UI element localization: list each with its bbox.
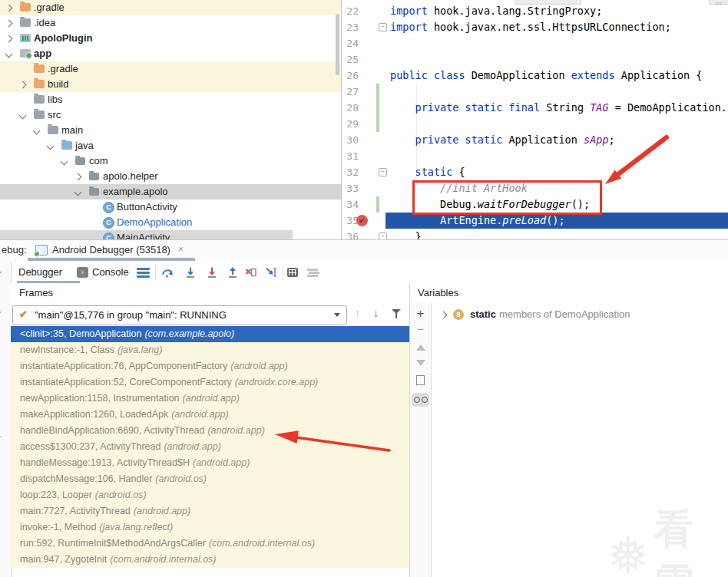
- code-line[interactable]: import hook.javax.net.ssl.HttpsURLConnec…: [390, 19, 671, 35]
- frame-package: (android.app): [180, 393, 240, 404]
- tree-item-build[interactable]: build: [0, 77, 341, 92]
- code-line[interactable]: static {: [390, 164, 465, 180]
- stack-frame-row[interactable]: main:947, ZygoteInit(com.android.interna…: [11, 552, 409, 568]
- tab-console[interactable]: Console: [92, 262, 129, 283]
- fold-marker-icon[interactable]: −: [379, 232, 387, 239]
- tree-item--gradle[interactable]: .gradle: [0, 61, 341, 77]
- tree-item-com[interactable]: com: [0, 153, 341, 169]
- show-watches-toggle[interactable]: [412, 393, 429, 407]
- stack-frame-row[interactable]: access$1300:237, ActivityThread(android.…: [11, 439, 409, 455]
- project-tree-panel[interactable]: .gradle.ideaApoloPluginapp.gradlebuildli…: [0, 0, 342, 239]
- step-over-icon[interactable]: [161, 266, 174, 279]
- tree-item-mainactivity[interactable]: CMainActivity: [0, 230, 293, 239]
- variables-row-static[interactable]: s static members of DemoApplication: [432, 306, 728, 323]
- chevron-down-icon[interactable]: [47, 143, 55, 150]
- code-line[interactable]: ArtEngine.preLoad();: [390, 213, 565, 229]
- tree-item-java[interactable]: java: [0, 138, 341, 153]
- tab-debugger[interactable]: Debugger: [18, 262, 62, 283]
- stack-frame-row[interactable]: handleMessage:1913, ActivityThread$H(and…: [11, 455, 409, 471]
- variables-side-toolbar[interactable]: + −: [410, 303, 432, 577]
- drop-frame-icon[interactable]: [245, 266, 257, 279]
- move-watch-down-icon[interactable]: [416, 360, 425, 366]
- code-line[interactable]: private static final String TAG = DemoAp…: [390, 100, 728, 116]
- stack-frame-row[interactable]: newApplication:1158, Instrumentation(and…: [11, 391, 409, 407]
- run-to-cursor-icon[interactable]: [265, 266, 277, 279]
- stack-frame-row[interactable]: loop:223, Looper(android.os): [11, 487, 409, 503]
- tree-item--gradle[interactable]: .gradle: [0, 0, 341, 15]
- layout-options-icon[interactable]: [137, 268, 150, 278]
- tree-item-apoloplugin[interactable]: ApoloPlugin: [0, 31, 341, 46]
- chevron-right-icon[interactable]: [440, 312, 448, 319]
- tree-item-buttonactivity[interactable]: CButtonActivity: [0, 199, 341, 215]
- chevron-right-icon[interactable]: [19, 81, 27, 89]
- chevron-down-icon[interactable]: [5, 51, 13, 58]
- fold-marker-icon[interactable]: −: [379, 23, 387, 31]
- tree-item--idea[interactable]: .idea: [0, 15, 341, 31]
- chevron-down-icon[interactable]: [19, 112, 27, 120]
- close-icon[interactable]: ×: [178, 244, 184, 255]
- toolbar-separator: [283, 265, 283, 280]
- code-line[interactable]: }: [390, 229, 422, 239]
- stack-frame-row[interactable]: newInstance:-1, Class(java.lang): [11, 342, 409, 358]
- breakpoint-icon[interactable]: ✔: [356, 215, 368, 226]
- move-down-icon[interactable]: ↓: [373, 307, 379, 319]
- step-into-icon[interactable]: [184, 266, 197, 279]
- add-watch-icon[interactable]: +: [415, 308, 427, 320]
- static-members-icon: s: [453, 309, 464, 320]
- debug-session-tab[interactable]: Android Debugger (53518): [52, 244, 170, 256]
- tree-item-apolo-helper[interactable]: apolo.helper: [0, 169, 341, 184]
- thread-dropdown[interactable]: ✔ "main"@15,776 in group "main": RUNNING: [12, 305, 347, 325]
- frame-package: (android.app): [131, 506, 190, 516]
- glasses-icon: [414, 397, 428, 403]
- debug-side-toolbar[interactable]: ⟳ ✓ ▶ ▮ ● ■ ⇩ ▶: [0, 262, 12, 577]
- move-up-icon[interactable]: ↑: [355, 307, 360, 319]
- restore-layout-icon[interactable]: [307, 269, 318, 271]
- stack-frame-row[interactable]: handleBindApplication:6690, ActivityThre…: [11, 423, 409, 439]
- class-icon: C: [103, 232, 114, 239]
- snowflake-icon: ❅: [607, 522, 649, 577]
- tree-item-app[interactable]: app: [0, 46, 341, 61]
- debug-header-bar: ebug: Android Debugger (53518) ×: [0, 240, 728, 262]
- code-line[interactable]: public class DemoApplication extends App…: [390, 68, 702, 84]
- stack-frame-row[interactable]: makeApplication:1260, LoadedApk(android.…: [11, 407, 409, 423]
- tree-item-label: apolo.helper: [103, 169, 158, 184]
- tree-item-libs[interactable]: libs: [0, 92, 341, 107]
- frame-package: (android.os): [152, 473, 207, 484]
- move-watch-up-icon[interactable]: [416, 345, 425, 351]
- tree-item-demoapplication[interactable]: CDemoApplication: [0, 215, 341, 230]
- chevron-right-icon[interactable]: [74, 173, 82, 181]
- view-breakpoints-icon[interactable]: [287, 268, 298, 277]
- stack-frame-row[interactable]: main:7727, ActivityThread(android.app): [11, 503, 409, 519]
- chevron-right-icon[interactable]: [5, 5, 13, 12]
- chevron-down-icon[interactable]: [74, 189, 82, 196]
- filter-icon[interactable]: [392, 309, 401, 319]
- stack-frame-row[interactable]: instantiateApplication:52, CoreComponent…: [11, 374, 409, 391]
- folder-blue-icon: [61, 141, 72, 150]
- remove-watch-icon[interactable]: −: [415, 325, 427, 337]
- change-marker: [376, 84, 379, 100]
- step-out-icon[interactable]: [227, 266, 239, 279]
- stack-frame-row[interactable]: run:592, RuntimeInit$MethodAndArgsCaller…: [11, 536, 409, 552]
- code-line[interactable]: import hook.java.lang.StringProxy;: [390, 3, 602, 19]
- chevron-down-icon[interactable]: [61, 158, 68, 166]
- code-line[interactable]: private static Application sApp;: [390, 132, 615, 148]
- tree-scrollbar[interactable]: [336, 14, 339, 75]
- chevron-down-icon[interactable]: [33, 127, 41, 135]
- fold-marker-icon[interactable]: −: [379, 168, 387, 176]
- chevron-right-icon[interactable]: [5, 35, 13, 43]
- tree-item-src[interactable]: src: [0, 107, 341, 123]
- tree-item-label: DemoApplication: [117, 215, 192, 230]
- frame-method: instantiateApplication:52, CoreComponent…: [11, 377, 232, 387]
- chevron-right-icon[interactable]: [5, 20, 13, 28]
- chevron-down-icon[interactable]: [334, 313, 340, 317]
- frames-list[interactable]: <clinit>:35, DemoApplication(com.example…: [11, 326, 409, 568]
- frame-method: access$1300:237, ActivityThread: [11, 441, 160, 452]
- stack-frame-row[interactable]: <clinit>:35, DemoApplication(com.example…: [11, 326, 409, 342]
- stack-frame-row[interactable]: invoke:-1, Method(java.lang.reflect): [11, 519, 409, 536]
- duplicate-watch-icon[interactable]: [416, 375, 425, 385]
- stack-frame-row[interactable]: dispatchMessage:106, Handler(android.os): [11, 471, 409, 487]
- tree-item-example-apolo[interactable]: example.apolo: [0, 184, 341, 199]
- force-step-into-icon[interactable]: [206, 266, 218, 279]
- stack-frame-row[interactable]: instantiateApplication:76, AppComponentF…: [11, 358, 409, 374]
- tree-item-main[interactable]: main: [0, 123, 341, 138]
